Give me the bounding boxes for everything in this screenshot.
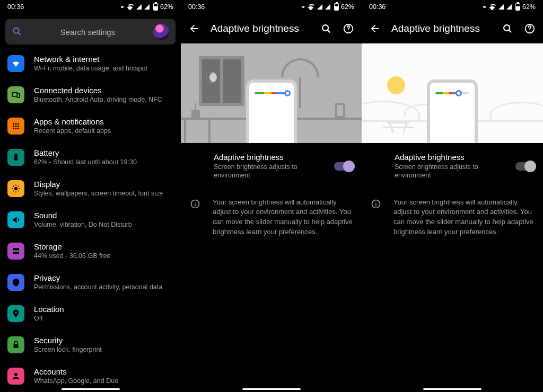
row-title: Display — [34, 180, 163, 189]
svg-point-8 — [15, 125, 17, 127]
info-text: Your screen brightness will automaticall… — [393, 198, 535, 237]
status-bar: 00:36 ⚭ 62% — [362, 0, 543, 14]
svg-point-15 — [14, 187, 17, 190]
svg-point-26 — [15, 311, 17, 313]
setting-subtitle: Screen brightness adjusts to environment — [214, 163, 328, 180]
page-title: Adaptive brightness — [211, 23, 310, 34]
toggle-switch-off[interactable] — [515, 162, 535, 171]
battery-icon — [334, 3, 339, 11]
svg-rect-2 — [12, 92, 17, 96]
settings-row-sound[interactable]: SoundVolume, vibration, Do Not Disturb — [0, 204, 181, 235]
signal-icon — [498, 4, 504, 10]
setting-title: Adaptive brightness — [214, 153, 328, 162]
battery-icon — [153, 3, 158, 11]
search-bar[interactable]: Search settings — [5, 19, 176, 44]
help-button[interactable] — [524, 23, 536, 34]
battery-percent: 62% — [341, 3, 354, 11]
svg-point-7 — [13, 125, 14, 127]
row-subtitle: Permissions, account activity, personal … — [34, 283, 162, 291]
gesture-nav-bar[interactable] — [242, 388, 301, 390]
row-subtitle: Screen lock, fingerprint — [34, 346, 102, 353]
wifi-icon — [7, 55, 24, 72]
vpn-icon: ⚭ — [120, 4, 124, 11]
row-title: Sound — [34, 211, 132, 220]
svg-rect-24 — [13, 248, 19, 251]
svg-point-42 — [375, 201, 376, 202]
privacy-icon — [7, 274, 24, 291]
row-title: Storage — [34, 242, 111, 251]
svg-line-21 — [18, 190, 19, 191]
info-text: Your screen brightness will automaticall… — [213, 198, 353, 237]
security-icon — [7, 336, 24, 353]
gesture-nav-bar[interactable] — [423, 388, 481, 390]
adaptive-brightness-toggle-row[interactable]: Adaptive brightness Screen brightness ad… — [181, 143, 362, 190]
row-title: Apps & notifications — [34, 117, 111, 126]
svg-point-12 — [17, 128, 19, 129]
svg-rect-13 — [14, 154, 17, 161]
row-subtitle: Styles, wallpapers, screen timeout, font… — [34, 190, 163, 197]
search-button[interactable] — [502, 23, 513, 34]
row-title: Location — [34, 305, 64, 314]
app-bar: Adaptive brightness — [362, 14, 543, 43]
svg-point-28 — [14, 373, 17, 376]
svg-point-10 — [13, 128, 14, 129]
search-button[interactable] — [320, 23, 332, 34]
settings-row-privacy[interactable]: PrivacyPermissions, account activity, pe… — [0, 266, 181, 298]
row-title: Privacy — [34, 273, 162, 282]
svg-point-11 — [15, 128, 17, 129]
settings-row-apps[interactable]: Apps & notificationsRecent apps, default… — [0, 110, 181, 141]
settings-row-accounts[interactable]: AccountsWhatsApp, Google, and Duo — [0, 360, 181, 391]
info-row: Your screen brightness will automaticall… — [181, 190, 362, 245]
svg-point-36 — [504, 25, 510, 31]
settings-list: Network & internetWi-Fi, mobile, data us… — [0, 48, 181, 391]
devices-icon — [7, 86, 24, 103]
illustration-night — [181, 43, 362, 143]
status-time: 00:36 — [369, 3, 386, 11]
settings-row-display[interactable]: DisplayStyles, wallpapers, screen timeou… — [0, 173, 181, 204]
svg-point-6 — [17, 123, 19, 124]
svg-rect-14 — [15, 153, 17, 154]
gesture-nav-bar[interactable] — [62, 388, 120, 390]
vpn-icon: ⚭ — [482, 4, 486, 11]
svg-line-37 — [509, 30, 512, 33]
svg-line-23 — [18, 185, 19, 186]
row-subtitle: Wi-Fi, mobile, data usage, and hotspot — [34, 65, 147, 72]
back-button[interactable] — [369, 23, 381, 34]
row-title: Battery — [34, 148, 137, 157]
svg-rect-25 — [13, 252, 19, 254]
settings-row-wifi[interactable]: Network & internetWi-Fi, mobile, data us… — [0, 48, 181, 79]
settings-row-storage[interactable]: Storage44% used - 36.05 GB free — [0, 235, 181, 266]
svg-rect-3 — [17, 93, 20, 97]
settings-row-devices[interactable]: Connected devicesBluetooth, Android Auto… — [0, 79, 181, 110]
row-subtitle: Off — [34, 315, 64, 322]
back-button[interactable] — [188, 23, 200, 34]
profile-avatar[interactable] — [153, 24, 169, 40]
settings-row-security[interactable]: SecurityScreen lock, fingerprint — [0, 329, 181, 360]
info-row: Your screen brightness will automaticall… — [362, 190, 543, 245]
row-subtitle: WhatsApp, Google, and Duo — [34, 377, 118, 385]
svg-line-22 — [13, 190, 14, 191]
svg-line-1 — [19, 32, 21, 34]
signal-icon-2 — [506, 4, 512, 10]
search-icon — [12, 26, 22, 38]
vpn-icon: ⚭ — [301, 4, 305, 11]
row-subtitle: 44% used - 36.05 GB free — [34, 252, 111, 260]
accounts-icon — [7, 368, 24, 385]
row-title: Network & internet — [34, 55, 147, 64]
setting-title: Adaptive brightness — [395, 153, 509, 162]
svg-point-5 — [15, 123, 17, 124]
wifi-icon — [488, 4, 496, 10]
svg-point-35 — [195, 201, 195, 202]
battery-percent: 62% — [160, 3, 173, 11]
apps-icon — [7, 118, 24, 135]
status-bar: 00:36 ⚭ 62% — [0, 0, 181, 14]
settings-row-location[interactable]: LocationOff — [0, 298, 181, 329]
adaptive-brightness-toggle-row[interactable]: Adaptive brightness Screen brightness ad… — [362, 143, 543, 190]
help-button[interactable] — [343, 23, 354, 34]
info-icon — [189, 198, 201, 237]
toggle-switch-on[interactable] — [334, 162, 353, 171]
search-placeholder: Search settings — [30, 28, 146, 37]
svg-point-39 — [529, 31, 530, 31]
row-title: Connected devices — [34, 86, 162, 95]
settings-row-battery[interactable]: Battery62% - Should last until about 19:… — [0, 141, 181, 173]
